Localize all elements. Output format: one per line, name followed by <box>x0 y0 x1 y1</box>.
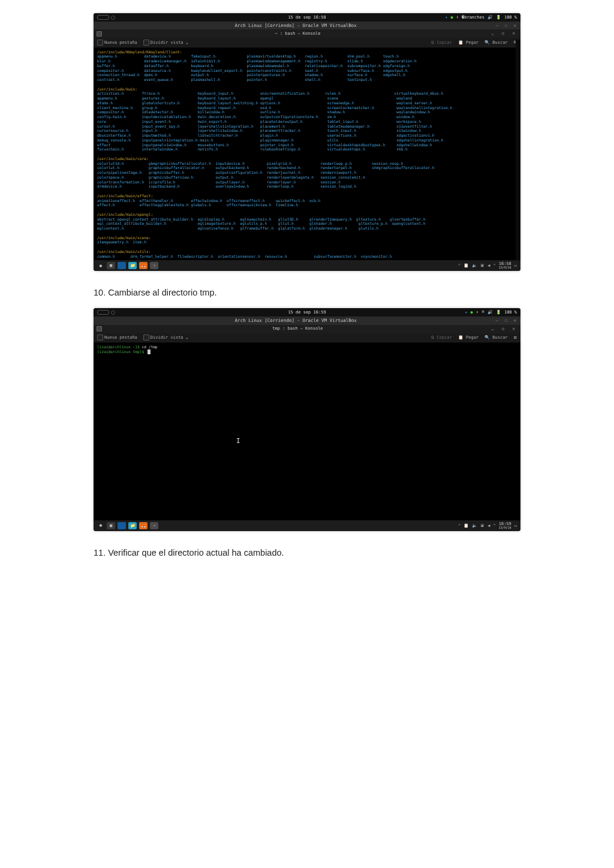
cursor-icon <box>148 349 151 354</box>
step-10-text: 10. Cambiarse al directorio tmp. <box>94 288 520 297</box>
search-button[interactable]: 🔍 Buscar <box>484 40 508 46</box>
tray-display-icon[interactable]: 🖥 <box>480 523 484 529</box>
tray-network-icon[interactable]: ◀ <box>487 523 490 529</box>
split-view-button[interactable]: Dividir vista ⌄ <box>143 334 188 340</box>
konsole-title: tmp : bash — Konsole <box>104 326 491 331</box>
task-icon-konsole[interactable]: ＞ <box>150 262 158 269</box>
konsole-toolbar: Nueva pestaña Dividir vista ⌄ ⧉ Copiar 📋… <box>94 333 520 343</box>
konsole-titlebar: ~ : bash — Konsole ⌄ ◇ ✕ <box>94 29 520 38</box>
tray-uparrow-icon[interactable]: ⌃ <box>458 523 460 529</box>
system-tray[interactable]: ⌃ 📋 🔈 🖥 ◀ ⌃ 16:58 13/9/24 ▭ <box>458 262 517 269</box>
prompt: [izai@archlinux ~]$ <box>97 345 142 349</box>
tray-uparrow-icon[interactable]: ⌃ <box>458 263 460 269</box>
gnome-panel: 15 de sep 16:59 ✦ ● ⬇ ⠿ 🔊 🔋 100 % <box>94 308 520 317</box>
split-icon <box>143 334 149 340</box>
split-view-button[interactable]: Dividir vista ⌄ <box>143 40 188 46</box>
konsole-toolbar: Nueva pestaña Dividir vista ⌄ ⧉ Copiar 📋… <box>94 38 520 47</box>
task-icon-konsole[interactable]: ＞ <box>150 522 158 529</box>
copy-button[interactable]: ⧉ Copiar <box>431 40 452 46</box>
terminal-scrollbar[interactable] <box>516 40 520 260</box>
taskbar-clock[interactable]: 16:59 13/9/24 <box>499 522 511 529</box>
task-icon[interactable] <box>118 262 126 269</box>
system-tray[interactable]: ⌃ 📋 🔈 🖥 ◀ ⌃ 16:59 13/9/24 ▭ <box>458 522 517 529</box>
tab-icon <box>97 40 103 46</box>
task-icon[interactable] <box>118 522 126 529</box>
vm-window-buttons[interactable]: — ☐ ✕ <box>495 318 518 323</box>
task-icon[interactable]: ▦ <box>107 262 115 269</box>
hamburger-icon[interactable]: ≡ <box>514 334 517 341</box>
vm-window-titlebar: Arch Linux [Corriendo] - Oracle VM Virtu… <box>94 22 520 29</box>
konsole-icon <box>97 326 102 331</box>
tray-clipboard-icon[interactable]: 📋 <box>463 523 469 529</box>
copy-button[interactable]: ⧉ Copiar <box>431 335 452 340</box>
tray-volume-icon[interactable]: 🔈 <box>472 263 477 269</box>
terminal-output[interactable]: [izai@archlinux ~]$ cd /tmp [izai@archli… <box>94 343 520 520</box>
vm-window-title: Arch Linux [Corriendo] - Oracle VM Virtu… <box>96 318 495 323</box>
terminal-output[interactable]: /usr/include/KWayland/KWayland/Client: a… <box>94 48 520 261</box>
vm-window-titlebar: Arch Linux [Corriendo] - Oracle VM Virtu… <box>94 317 520 324</box>
paste-button[interactable]: 📋 Pegar <box>458 40 478 46</box>
vm-window-buttons[interactable]: — ☐ ✕ <box>495 23 518 28</box>
tab-icon <box>97 334 103 340</box>
task-icon-firefox[interactable]: 🦊 <box>139 522 148 529</box>
konsole-icon <box>97 31 102 37</box>
task-icon[interactable]: ▦ <box>107 522 115 529</box>
task-icon-files[interactable]: 📁 <box>128 262 137 269</box>
konsole-window-buttons[interactable]: ⌄ ◇ ✕ <box>491 31 517 37</box>
kde-taskbar: ◆ ▦ 📁 🦊 ＞ ⌃ 📋 🔈 🖥 ◀ ⌃ 16:58 13/9/24 ▭ <box>94 260 520 271</box>
split-icon <box>143 40 149 46</box>
task-icon-firefox[interactable]: 🦊 <box>139 262 148 269</box>
tray-network-icon[interactable]: ◀ <box>487 263 490 269</box>
tray-volume-icon[interactable]: 🔈 <box>472 523 477 529</box>
kde-taskbar: ◆ ▦ 📁 🦊 ＞ ⌃ 📋 🔈 🖥 ◀ ⌃ 16:59 13/9/24 ▭ <box>94 520 520 531</box>
konsole-window-buttons[interactable]: ⌄ ◇ ✕ <box>491 326 517 332</box>
panel-clock[interactable]: 15 de sep 16:58 <box>94 15 520 20</box>
vm-window-title: Arch Linux [Corriendo] - Oracle VM Virtu… <box>96 23 495 28</box>
gnome-panel: 15 de sep 16:58 ✦ ● ⬇ �branches 🔊 🔋 100 … <box>94 13 520 22</box>
mouse-pointer-icon: I <box>236 437 240 445</box>
konsole-title: ~ : bash — Konsole <box>104 31 491 37</box>
new-tab-button[interactable]: Nueva pestaña <box>97 334 137 340</box>
tray-clipboard-icon[interactable]: 📋 <box>463 263 469 269</box>
step-11-text: 11. Verificar que el directorio actual h… <box>94 548 520 557</box>
app-launcher-icon[interactable]: ◆ <box>97 262 104 269</box>
show-desktop-icon[interactable]: ▭ <box>514 263 517 269</box>
panel-clock[interactable]: 15 de sep 16:59 <box>94 310 520 315</box>
paste-button[interactable]: 📋 Pegar <box>458 335 478 340</box>
taskbar-clock[interactable]: 16:58 13/9/24 <box>499 262 511 269</box>
task-icon-files[interactable]: 📁 <box>128 522 137 529</box>
screenshot-ls-output: 15 de sep 16:58 ✦ ● ⬇ �branches 🔊 🔋 100 … <box>94 13 520 271</box>
screenshot-cd-tmp: 15 de sep 16:59 ✦ ● ⬇ ⠿ 🔊 🔋 100 % Arch L… <box>94 308 520 531</box>
konsole-titlebar: tmp : bash — Konsole ⌄ ◇ ✕ <box>94 325 520 333</box>
command-cd: cd /tmp <box>142 345 158 349</box>
app-launcher-icon[interactable]: ◆ <box>97 522 104 529</box>
show-desktop-icon[interactable]: ▭ <box>514 523 517 529</box>
tray-display-icon[interactable]: 🖥 <box>480 263 484 269</box>
new-tab-button[interactable]: Nueva pestaña <box>97 40 137 46</box>
prompt: [izai@archlinux tmp]$ <box>97 349 146 354</box>
search-button[interactable]: 🔍 Buscar <box>484 335 508 340</box>
